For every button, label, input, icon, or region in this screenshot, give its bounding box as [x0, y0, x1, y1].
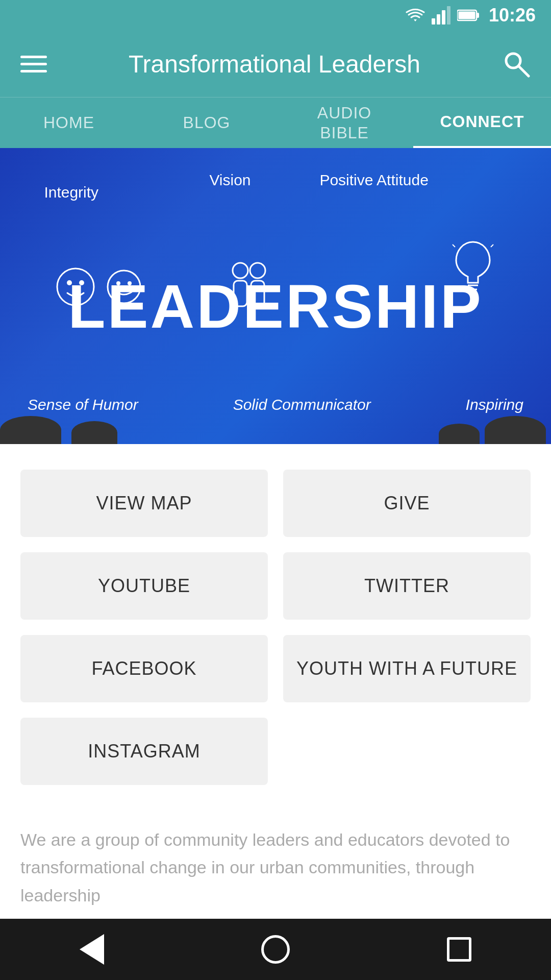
- description-text: We are a group of community leaders and …: [20, 826, 531, 909]
- facebook-button[interactable]: FACEBOOK: [20, 635, 268, 702]
- hero-subword-0: Sense of Humor: [28, 396, 138, 413]
- rock-1: [0, 416, 61, 444]
- signal-icon: [432, 6, 451, 24]
- home-icon: [261, 935, 290, 964]
- hero-word-positive-attitude: Positive Attitude: [319, 172, 428, 189]
- svg-rect-2: [442, 10, 445, 24]
- nav-tabs: HOME BLOG AUDIO BIBLE CONNECT: [0, 97, 551, 148]
- back-button[interactable]: [71, 929, 112, 970]
- search-icon[interactable]: [502, 50, 531, 78]
- hero-word-integrity: Integrity: [44, 184, 98, 201]
- menu-button[interactable]: [20, 56, 47, 72]
- header-title: Transformational Leadersh: [47, 50, 502, 78]
- svg-rect-1: [437, 14, 440, 24]
- status-time: 10:26: [489, 5, 536, 26]
- hero-subword-1: Solid Communicator: [233, 396, 371, 413]
- tab-blog[interactable]: BLOG: [138, 97, 276, 148]
- buttons-section: VIEW MAP GIVE YOUTUBE TWITTER FACEBOOK Y…: [0, 444, 551, 800]
- svg-rect-6: [458, 12, 475, 19]
- battery-icon: [457, 8, 480, 22]
- recent-button[interactable]: [439, 929, 480, 970]
- app-header: Transformational Leadersh: [0, 31, 551, 97]
- svg-rect-3: [447, 6, 450, 24]
- hero-subword-2: Inspiring: [466, 396, 523, 413]
- give-button[interactable]: GIVE: [283, 470, 531, 537]
- hero-content: Integrity Vision Positive Attitude +: [0, 148, 551, 444]
- hero-word-vision: Vision: [209, 172, 251, 189]
- tab-home[interactable]: HOME: [0, 97, 138, 148]
- recent-icon: [447, 937, 471, 962]
- status-bar: 10:26: [0, 0, 551, 31]
- svg-line-24: [491, 244, 493, 247]
- rock-3: [485, 416, 546, 444]
- view-map-button[interactable]: VIEW MAP: [20, 470, 268, 537]
- hero-rocks: [0, 413, 551, 444]
- youtube-button[interactable]: YOUTUBE: [20, 552, 268, 620]
- tab-audio-bible[interactable]: AUDIO BIBLE: [276, 97, 413, 148]
- hero-banner: Integrity Vision Positive Attitude +: [0, 148, 551, 444]
- svg-rect-5: [477, 13, 479, 18]
- hero-subwords: Sense of Humor Solid Communicator Inspir…: [28, 396, 523, 413]
- home-button[interactable]: [255, 929, 296, 970]
- rock-2: [71, 421, 117, 444]
- hero-title: LEADERSHIP: [68, 271, 483, 341]
- svg-rect-0: [432, 18, 435, 24]
- back-icon: [80, 934, 104, 965]
- rock-4: [439, 424, 480, 444]
- youth-with-a-future-button[interactable]: YOUTH WITH A FUTURE: [283, 635, 531, 702]
- twitter-button[interactable]: TWITTER: [283, 552, 531, 620]
- instagram-button[interactable]: INSTAGRAM: [20, 718, 268, 785]
- svg-line-23: [453, 244, 455, 247]
- svg-line-8: [519, 66, 529, 76]
- bottom-nav: [0, 919, 551, 980]
- status-icons: [405, 6, 480, 24]
- description-section: We are a group of community leaders and …: [0, 800, 551, 929]
- buttons-grid: VIEW MAP GIVE YOUTUBE TWITTER FACEBOOK Y…: [20, 470, 531, 785]
- wifi-icon: [405, 7, 425, 23]
- tab-connect[interactable]: CONNECT: [413, 97, 551, 148]
